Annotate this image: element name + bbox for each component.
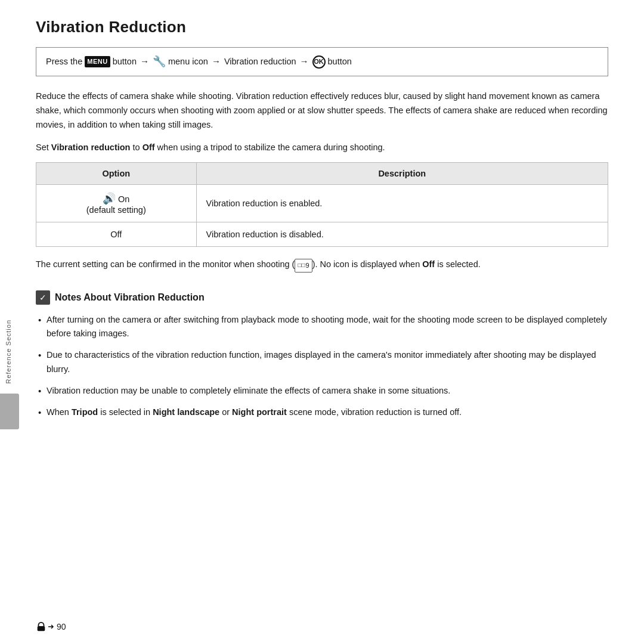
lock-svg bbox=[36, 621, 47, 632]
page-ref-icon: □□9 bbox=[295, 259, 312, 272]
sidebar-label: Reference Section bbox=[5, 320, 12, 384]
arrow-icon-2: → bbox=[212, 55, 221, 69]
list-item: Vibration reduction may be unable to com… bbox=[36, 384, 608, 398]
off-bold: Off bbox=[422, 259, 435, 269]
nav-prefix: Press the bbox=[46, 55, 82, 69]
col-option-header: Option bbox=[36, 163, 197, 185]
arrow-right-icon bbox=[47, 623, 54, 630]
table-row: 🔊 On (default setting) Vibration reducti… bbox=[36, 185, 608, 222]
page-footer: 90 bbox=[36, 621, 66, 632]
check-icon: ✓ bbox=[36, 290, 50, 305]
col-description-header: Description bbox=[196, 163, 608, 185]
nav-vr-label: Vibration reduction bbox=[224, 55, 296, 69]
table-row: Off Vibration reduction is disabled. bbox=[36, 222, 608, 247]
options-table: Option Description 🔊 On (default setting… bbox=[36, 162, 608, 247]
table-cell-option-off: Off bbox=[36, 222, 197, 247]
list-item: Due to characteristics of the vibration … bbox=[36, 348, 608, 377]
ref-page-num: 9 bbox=[306, 260, 309, 271]
night-portrait-bold: Night portrait bbox=[232, 407, 287, 417]
ok-button-icon: OK bbox=[312, 55, 326, 69]
wrench-icon: 🔧 bbox=[153, 54, 166, 70]
navigation-box: Press the MENU button → 🔧 menu icon → Vi… bbox=[36, 47, 608, 76]
list-item: When Tripod is selected in Night landsca… bbox=[36, 405, 608, 420]
set-line: Set Vibration reduction to Off when usin… bbox=[36, 141, 608, 154]
default-setting-label: (default setting) bbox=[86, 205, 146, 215]
night-landscape-bold: Night landscape bbox=[153, 407, 219, 417]
footer-lock-icon bbox=[36, 621, 54, 632]
set-vr-bold: Vibration reduction bbox=[51, 143, 131, 152]
notes-title: Notes About Vibration Reduction bbox=[55, 292, 205, 303]
table-cell-desc-on: Vibration reduction is enabled. bbox=[196, 185, 608, 222]
main-content: Vibration Reduction Press the MENU butto… bbox=[0, 0, 644, 445]
table-header-row: Option Description bbox=[36, 163, 608, 185]
description-text: Reduce the effects of camera shake while… bbox=[36, 89, 608, 132]
svg-rect-0 bbox=[38, 626, 45, 631]
ref-box-icon: □□ bbox=[298, 261, 305, 271]
table-cell-option-on: 🔊 On (default setting) bbox=[36, 185, 197, 222]
list-item: After turning on the camera or after swi… bbox=[36, 313, 608, 342]
tripod-bold: Tripod bbox=[72, 407, 98, 417]
table-cell-desc-off: Vibration reduction is disabled. bbox=[196, 222, 608, 247]
set-off-bold: Off bbox=[143, 143, 155, 152]
nav-button-text: button bbox=[113, 55, 137, 69]
notes-section: ✓ Notes About Vibration Reduction After … bbox=[36, 290, 608, 420]
arrow-icon-3: → bbox=[300, 55, 309, 69]
notes-header: ✓ Notes About Vibration Reduction bbox=[36, 290, 608, 305]
footer-page-number: 90 bbox=[57, 622, 66, 631]
gray-tab-marker bbox=[0, 394, 19, 429]
footnote-text: The current setting can be confirmed in … bbox=[36, 258, 608, 272]
vr-on-icon: 🔊 bbox=[103, 193, 116, 205]
nav-menu-icon-label: menu icon bbox=[168, 55, 208, 69]
notes-list: After turning on the camera or after swi… bbox=[36, 313, 608, 420]
menu-badge: MENU bbox=[85, 56, 110, 67]
page-title: Vibration Reduction bbox=[36, 18, 608, 36]
nav-suffix: button bbox=[328, 55, 352, 69]
arrow-icon-1: → bbox=[140, 55, 149, 69]
